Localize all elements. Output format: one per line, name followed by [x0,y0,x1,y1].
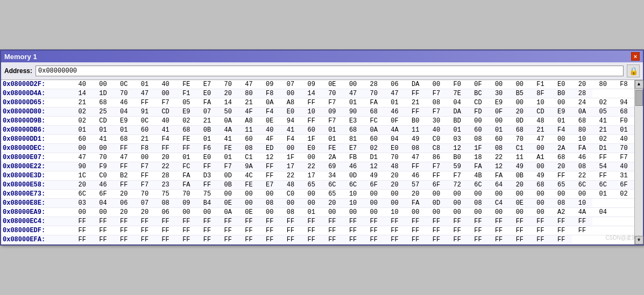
memory-byte: 94 [613,98,634,107]
memory-byte: 41 [217,135,238,144]
memory-byte: 47 [405,153,426,162]
memory-byte: 10 [384,208,405,217]
table-row: 0x08000D4A:141D704700F1E02080F8001470477… [1,89,634,98]
memory-byte: 70 [322,89,343,98]
memory-byte: 68 [343,126,364,135]
memory-byte: E0 [197,153,218,162]
memory-byte: 01 [301,208,322,217]
memory-byte: 01 [176,153,197,162]
memory-byte: 17 [301,171,322,181]
memory-byte: 46 [343,162,364,171]
memory-byte: 4A [572,208,593,217]
memory-byte: FF [114,181,135,190]
memory-byte: E7 [197,80,218,89]
memory-byte: 00 [447,199,468,208]
memory-byte: FF [489,217,509,226]
scroll-thumb[interactable] [635,90,643,106]
close-button[interactable]: × [631,52,640,61]
memory-byte: 01 [322,135,343,144]
memory-byte: FF [135,226,155,235]
memory-byte: 90 [343,107,364,117]
memory-byte: FF [238,235,259,244]
address-input[interactable] [36,66,624,76]
memory-byte: 20 [114,190,135,199]
memory-byte: 60 [363,135,384,144]
memory-byte: 0D [217,171,238,181]
memory-byte: 01 [72,126,93,135]
memory-byte: 20 [384,171,405,181]
memory-byte: FE [176,135,197,144]
memory-byte: BC [468,89,489,98]
memory-byte: 20 [509,181,530,190]
memory-byte: FF [530,235,551,244]
memory-byte: 0B [197,126,218,135]
memory-byte: 40 [72,80,93,89]
memory-byte: B0 [405,117,426,126]
memory-table: 0x08000D2F:40000C0140FEE770470907090E002… [1,80,634,244]
memory-byte: 02 [72,107,93,117]
memory-byte: 20 [405,190,426,199]
table-row: 0x08000D80:02250491CDE907504FF4E01009906… [1,107,634,117]
memory-byte: 10 [343,190,364,199]
memory-byte: 00 [551,135,572,144]
memory-byte: 00 [259,190,280,199]
memory-byte: 81 [343,135,364,144]
memory-byte: 48 [530,117,551,126]
memory-byte: E7 [343,144,364,153]
memory-byte: FF [197,217,218,226]
memory-byte: FF [447,226,468,235]
memory-byte: 6C [322,181,343,190]
memory-byte: B5 [509,89,530,98]
memory-byte: 00 [426,208,447,217]
memory-byte: ED [259,144,280,153]
memory-byte: 90 [72,162,93,171]
memory-byte: DA [405,80,426,89]
memory-byte: FF [343,226,364,235]
memory-byte: 31 [613,171,634,181]
memory-byte: 11 [238,126,259,135]
memory-byte: 70 [384,153,405,162]
memory-byte: FF [259,171,280,181]
memory-address: 0x08000EA9: [1,208,72,217]
lock-icon[interactable]: 🔒 [627,64,640,77]
memory-byte: 14 [217,98,238,107]
table-row: 0x08000E58:2046FFF723FAFF0BFEE748656C6C6… [1,181,634,190]
memory-byte: 00 [363,190,384,199]
memory-byte: 48 [384,162,405,171]
memory-byte: 47 [343,89,364,98]
memory-byte: 09 [259,80,280,89]
memory-byte: FF [447,235,468,244]
memory-byte: 20 [551,162,572,171]
memory-address: 0x08000E8E: [1,199,72,208]
scrollbar[interactable]: ▲ ▼ [634,80,643,244]
memory-byte: 1C [72,171,93,181]
table-row: 0x08000E8E:030406070809B40E0008000020100… [1,199,634,208]
scroll-up-button[interactable]: ▲ [635,80,643,89]
memory-byte: FF [384,235,405,244]
memory-byte: 50 [217,107,238,117]
memory-byte: 68 [93,98,114,107]
memory-byte: 10 [572,199,593,208]
memory-byte: 46 [114,98,135,107]
memory-table-scroll[interactable]: 0x08000D2F:40000C0140FEE770470907090E002… [1,80,634,244]
memory-address: 0x08000E22: [1,162,72,171]
memory-byte: 00 [301,190,322,199]
table-row: 0x08000EC4:FFFFFFFFFFFFFFFFFFFFFFFFFFFFF… [1,217,634,226]
memory-byte: FF [530,226,551,235]
memory-address: 0x08000DB6: [1,126,72,135]
memory-byte: FF [572,217,593,226]
memory-byte: 46 [93,181,114,190]
memory-byte: 02 [592,98,613,107]
memory-byte: 00 [384,190,405,199]
memory-byte: 4F [238,107,259,117]
memory-byte: 22 [155,162,176,171]
memory-byte: F8 [613,80,634,89]
memory-byte: 21 [405,98,426,107]
memory-byte: 08 [489,144,509,153]
table-row: 0x08000EDF:FFFFFFFFFFFFFFFFFFFFFFFFFFFFF… [1,226,634,235]
memory-byte: FF [489,226,509,235]
memory-byte: 75 [155,190,176,199]
memory-byte: 01 [551,117,572,126]
memory-byte: F7 [426,162,447,171]
memory-byte: FF [176,144,197,153]
